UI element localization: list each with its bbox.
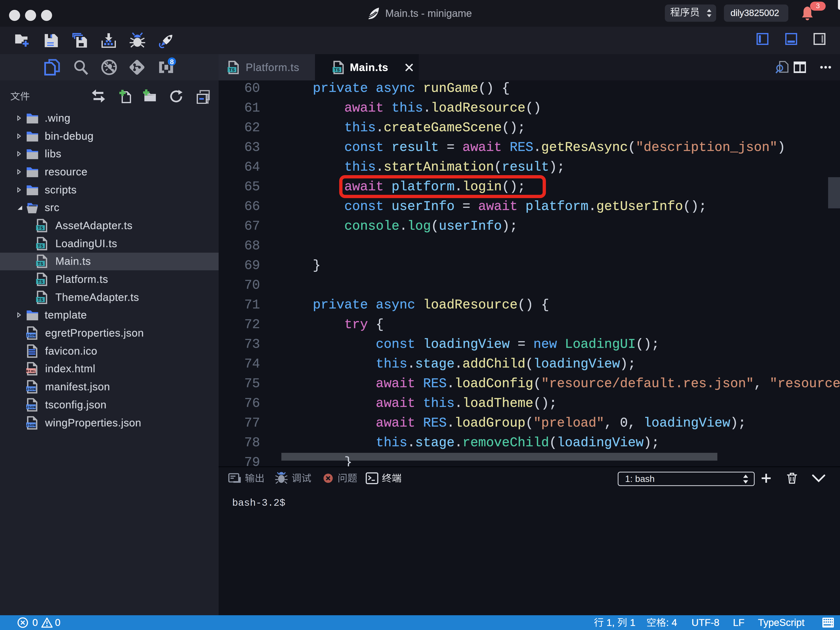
svg-text:8: 8	[170, 58, 174, 66]
